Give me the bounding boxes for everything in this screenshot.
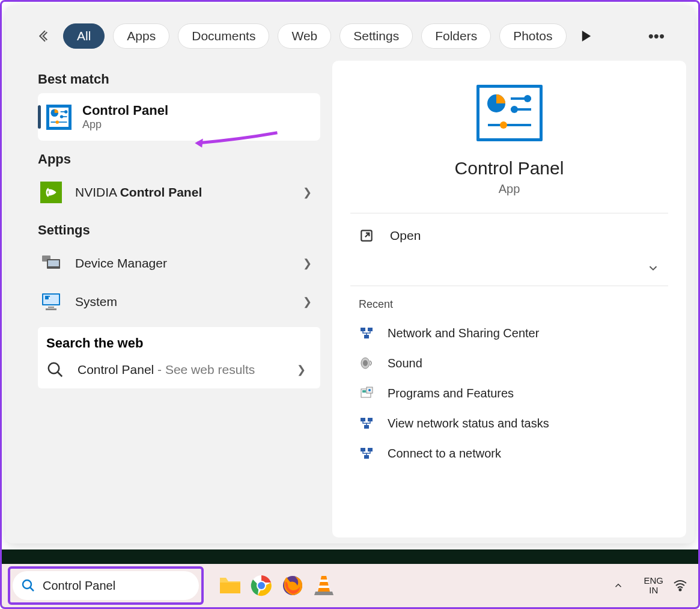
tab-all[interactable]: All [63,23,105,49]
svg-point-44 [258,582,265,589]
tray-overflow[interactable] [603,570,634,601]
taskbar-vlc[interactable] [308,570,339,601]
recent-label: Sound [388,357,422,370]
chevron-right-icon: ❯ [303,257,312,270]
vlc-icon [314,575,333,596]
results-list: Best match Control Panel App Apps [14,61,326,537]
back-button[interactable] [35,26,55,46]
firefox-icon [282,575,303,596]
best-match-title: Control Panel [82,103,168,118]
content-area: Best match Control Panel App Apps [5,61,695,543]
recent-label: Programs and Features [388,387,514,400]
recent-view-network-status[interactable]: View network status and tasks [350,408,668,438]
svg-point-23 [500,121,507,129]
expand-actions-button[interactable] [647,262,660,275]
language-indicator[interactable]: ENGIN [644,576,663,596]
result-nvidia-control-panel[interactable]: NVIDIA Control Panel ❯ [38,173,320,212]
svg-point-29 [363,360,368,366]
tab-settings[interactable]: Settings [339,23,413,49]
device-manager-label: Device Manager [75,256,290,271]
preview-subtitle: App [499,182,520,196]
folder-icon [219,575,242,596]
device-manager-icon [40,252,62,274]
result-web-search[interactable]: Control Panel - See web results ❯ [46,351,312,388]
svg-rect-47 [318,586,329,588]
search-results-panel: All Apps Documents Web Settings Folders … [5,5,695,543]
open-action[interactable]: Open [350,213,668,258]
svg-point-6 [56,120,59,123]
tab-photos[interactable]: Photos [499,23,566,49]
svg-point-33 [368,389,371,391]
search-icon [21,578,35,593]
recent-header: Recent [350,286,668,318]
svg-rect-35 [368,418,373,421]
tab-documents[interactable]: Documents [178,23,269,49]
more-options-button[interactable]: ••• [648,27,665,46]
programs-icon [359,385,374,401]
taskbar: ENGIN [2,564,698,607]
recent-label: View network status and tasks [388,417,549,430]
svg-point-21 [511,106,518,113]
svg-point-15 [49,363,59,374]
svg-rect-13 [48,307,54,308]
tab-apps[interactable]: Apps [113,23,169,49]
result-device-manager[interactable]: Device Manager ❯ [38,244,320,283]
recent-network-sharing-center[interactable]: Network and Sharing Center [350,318,668,348]
desktop-strip: ENGIN [2,549,698,607]
web-query-label: Control Panel [78,363,154,376]
svg-point-40 [23,580,31,589]
preview-title: Control Panel [455,158,564,179]
chevron-down-icon [647,262,660,275]
svg-rect-27 [364,335,369,338]
scroll-tabs-right[interactable] [577,27,595,45]
open-label: Open [390,228,421,243]
search-web-section: Search the web Control Panel - See web r… [38,327,320,388]
taskbar-firefox[interactable] [277,570,308,601]
svg-rect-31 [362,390,366,393]
svg-point-2 [64,110,67,113]
recent-label: Connect to a network [388,447,501,461]
result-system[interactable]: System ❯ [38,283,320,321]
chrome-icon [251,575,272,596]
network-icon [359,415,374,431]
ellipsis-icon: ••• [648,27,665,45]
settings-header: Settings [38,216,320,244]
wifi-icon [673,580,687,592]
nvidia-icon [40,182,62,203]
preview-pane: Control Panel App Open Recent Network an… [332,61,686,537]
taskbar-search[interactable] [13,571,199,600]
tab-web[interactable]: Web [278,23,331,49]
search-highlight [8,566,204,605]
taskbar-search-input[interactable] [43,579,199,593]
best-match-header: Best match [38,66,320,93]
search-web-header: Search the web [46,335,312,351]
taskbar-file-explorer[interactable] [215,570,246,601]
chevron-right-icon: ❯ [303,295,312,308]
web-query-suffix: - See web results [154,363,255,376]
svg-point-4 [60,115,63,118]
tab-folders[interactable]: Folders [421,23,491,49]
svg-line-16 [58,372,62,377]
recent-programs-features[interactable]: Programs and Features [350,378,668,408]
svg-rect-37 [361,448,365,451]
svg-rect-39 [364,455,369,459]
svg-point-48 [680,589,681,591]
filter-tabs-bar: All Apps Documents Web Settings Folders … [5,5,695,61]
taskbar-chrome[interactable] [246,570,277,601]
play-icon [581,31,592,41]
svg-rect-34 [361,418,365,421]
svg-point-19 [524,95,531,102]
control-panel-icon [46,105,72,130]
open-icon [359,228,374,243]
arrow-left-icon [37,28,53,44]
tray-wifi[interactable] [673,580,687,592]
svg-line-41 [30,587,34,591]
recent-connect-network[interactable]: Connect to a network [350,438,668,468]
svg-rect-26 [368,328,373,331]
svg-rect-9 [48,260,59,266]
recent-sound[interactable]: Sound [350,348,668,378]
control-panel-icon-large [476,85,543,141]
network-icon [359,445,374,461]
best-match-result[interactable]: Control Panel App [38,93,320,141]
search-icon [46,361,64,379]
